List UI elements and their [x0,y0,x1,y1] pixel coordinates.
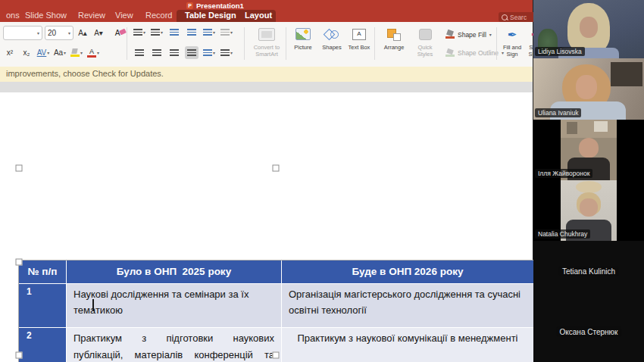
superscript-button[interactable]: x² [3,46,17,59]
table-header-num[interactable]: № п/п [19,261,66,283]
table-header-was[interactable]: Було в ОНП 2025 року [67,261,281,283]
bullets-button[interactable]: ▾ [133,26,146,39]
participant-tile[interactable]: Tetiana Kulinich [533,241,644,302]
search-box[interactable]: Searc [499,12,536,22]
chevron-down-icon: ▾ [68,30,70,36]
quick-styles-button[interactable]: Quick Styles [411,25,439,64]
participant-name: Ілля Жайворонок [535,169,592,178]
text-box-icon: A [352,25,366,43]
character-spacing-button[interactable]: AV▾ [36,46,50,59]
chevron-down-icon: ▾ [213,30,215,35]
ribbon-toolbar: ▾ 20▾ A▴ A▾ A x² x₂ AV▾ Aa▾ ▾ A▾ ▾ ▾ [0,22,533,67]
picture-icon [295,25,311,43]
increase-indent-button[interactable] [185,26,199,39]
columns-button[interactable]: ▾ [220,26,233,39]
grow-font-button[interactable]: A▴ [76,27,89,39]
shape-fill-button[interactable]: Shape Fill ▾ [445,29,492,40]
table-header-will[interactable]: Буде в ОНП 2026 року [282,261,533,283]
group-divider [286,27,286,60]
shape-outline-button[interactable]: Shape Outline ▾ [445,47,504,58]
highlight-button[interactable]: ▾ [70,46,83,59]
tab-slide-show[interactable]: Slide Show [25,10,67,22]
tab-record[interactable]: Record [145,10,172,22]
slide-canvas[interactable]: № п/п Було в ОНП 2025 року Буде в ОНП 20… [0,92,533,362]
align-left-button[interactable] [133,46,146,59]
highlighter-icon [70,48,80,57]
convert-to-smartart-label: Convert to SmartArt [249,45,285,58]
participant-tile[interactable]: Оксана Стернюк [533,301,644,362]
align-right-button[interactable] [167,46,181,59]
font-group-row1: ▾ 20▾ A▴ A▾ A [3,26,124,40]
scene-shape [567,122,577,134]
scene-shape [580,17,598,38]
line-spacing-button[interactable]: ▾ [202,26,216,39]
paragraph-group-row2: ▾ ▾ [133,46,233,59]
selection-handle[interactable] [16,352,23,359]
tab-table-design[interactable]: Table Design [185,10,236,22]
change-case-button[interactable]: Aa▾ [53,46,67,59]
font-size-combo[interactable]: 20▾ [45,26,73,40]
participant-tile[interactable]: Uliana Ivaniuk [533,58,644,120]
justify-button[interactable] [185,46,199,59]
shapes-button[interactable]: Shapes [318,25,345,64]
selection-handle[interactable] [16,259,23,266]
group-divider [374,27,375,60]
convert-to-smartart-button[interactable]: Convert to SmartArt [249,25,285,64]
decrease-indent-button[interactable] [167,26,181,39]
update-notification-bar[interactable]: improvements, choose Check for Updates. [0,67,533,83]
participant-name: Оксана Стернюк [557,327,621,337]
clear-formatting-icon: A [115,29,120,37]
scene-shape [579,138,599,158]
align-text-button[interactable]: ▾ [220,46,233,59]
arrange-button[interactable]: Arrange [379,25,409,64]
text-box-button[interactable]: A Text Box [347,25,371,64]
group-divider [244,27,245,60]
table-cell-was-2[interactable]: Практикум з підготовки наукових публікац… [67,328,281,362]
slide-table[interactable]: № п/п Було в ОНП 2025 року Буде в ОНП 20… [19,261,533,362]
fill-and-sign-button[interactable]: ✒ Fill and Sign [499,25,526,64]
font-name-combo[interactable]: ▾ [3,26,42,40]
tab-layout[interactable]: Layout [245,10,272,22]
align-center-button[interactable] [150,46,164,59]
scene-shape [576,181,602,193]
justify-icon [187,49,196,57]
clear-formatting-button[interactable]: A [111,27,124,39]
participant-tile[interactable]: Natalia Chukhray [533,180,644,242]
powerpoint-app-icon: P [186,2,193,9]
shape-outline-label: Shape Outline [458,49,499,57]
participant-tile[interactable]: Ілля Жайворонок [533,120,644,181]
powerpoint-window: P Presentation1 ons Slide Show Review Vi… [0,0,533,362]
font-color-button[interactable]: A▾ [86,46,100,59]
chevron-down-icon: ▾ [230,30,233,35]
table-cell-will-2[interactable]: Практикум з наукової комунікації в менед… [282,328,533,362]
table-row-num[interactable]: 2 [19,328,66,362]
tab-review[interactable]: Review [78,10,105,22]
table-cell-will-1[interactable]: Організація магістерського дослідження т… [282,284,533,327]
chevron-down-icon: ▾ [97,50,99,55]
scene-shape [611,62,642,86]
subscript-button[interactable]: x₂ [20,46,33,59]
text-cursor [92,299,94,311]
fill-and-sign-label: Fill and Sign [499,45,526,58]
shapes-label: Shapes [322,45,341,51]
picture-button[interactable]: Picture [289,25,317,64]
align-right-icon [170,49,179,57]
ribbon-tab-bar: ons Slide Show Review View Record Table … [0,10,533,22]
tab-transitions-cut[interactable]: ons [6,10,20,22]
participants-sidebar: Lidiya Lisovska Uliana Ivaniuk Ілля Жайв… [533,0,644,362]
text-direction-button[interactable]: ▾ [202,46,216,59]
participant-name: Natalia Chukhray [535,229,590,239]
document-title-block: P Presentation1 [186,1,244,10]
shrink-font-button[interactable]: A▾ [92,27,105,39]
smartart-icon [258,25,275,43]
table-cell-was-1[interactable]: Наукові дослідження та семінари за їх те… [67,284,281,327]
numbering-icon [151,29,160,36]
participant-tile[interactable]: Lidiya Lisovska [533,0,644,59]
selection-handle[interactable] [273,165,280,172]
text-box-label: Text Box [349,45,370,51]
numbering-button[interactable]: ▾ [150,26,164,39]
table-row-num[interactable]: 1 [19,284,66,327]
selection-handle[interactable] [16,165,23,172]
selection-handle[interactable] [273,352,280,359]
tab-view[interactable]: View [115,10,133,22]
